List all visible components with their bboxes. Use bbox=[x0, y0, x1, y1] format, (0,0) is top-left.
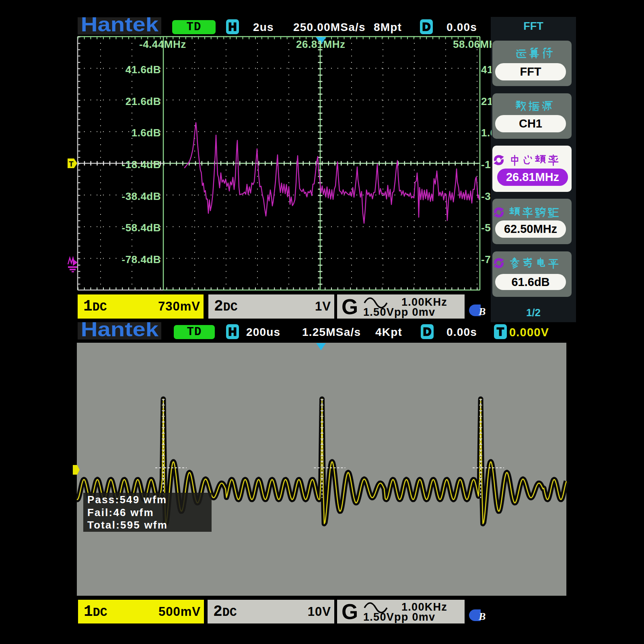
svg-text:1.50Vpp 0mv: 1.50Vpp 0mv bbox=[363, 611, 435, 623]
svg-text:G: G bbox=[342, 295, 359, 319]
svg-text:1.50Vpp 0mv: 1.50Vpp 0mv bbox=[363, 306, 435, 318]
svg-text:B: B bbox=[478, 611, 486, 622]
svg-text:T: T bbox=[69, 160, 74, 169]
svg-text:G: G bbox=[342, 600, 359, 623]
svg-text:B: B bbox=[478, 306, 486, 317]
